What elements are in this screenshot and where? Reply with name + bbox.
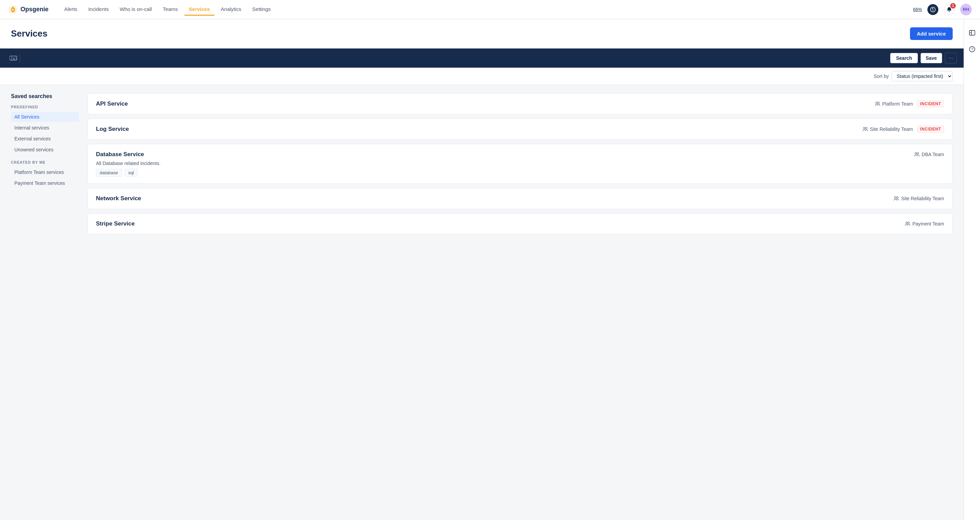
query-icon: {α} bbox=[7, 54, 20, 62]
logo[interactable]: Opsgenie bbox=[8, 5, 48, 14]
service-card-database-service[interactable]: Database Service DBA TeamAll Database re… bbox=[88, 144, 953, 184]
service-card-header: Stripe Service Payment Team bbox=[96, 220, 944, 227]
svg-point-9 bbox=[875, 102, 877, 104]
service-card-log-service[interactable]: Log Service Site Reliability TeamINCIDEN… bbox=[88, 118, 953, 140]
svg-point-13 bbox=[915, 153, 917, 155]
compass-icon-btn[interactable] bbox=[928, 4, 938, 15]
service-tag[interactable]: database bbox=[96, 169, 122, 177]
notifications-icon-btn[interactable]: 1 bbox=[944, 4, 955, 15]
service-card-header: Network Service Site Reliability Team bbox=[96, 195, 944, 202]
service-card-network-service[interactable]: Network Service Site Reliability Team bbox=[88, 188, 953, 209]
nav-link-alerts[interactable]: Alerts bbox=[59, 3, 82, 16]
nav-link-who-is-on-call[interactable]: Who is on-call bbox=[115, 3, 156, 16]
service-card-stripe-service[interactable]: Stripe Service Payment Team bbox=[88, 213, 953, 234]
service-name: Log Service bbox=[96, 126, 129, 132]
service-name: API Service bbox=[96, 100, 128, 107]
svg-point-14 bbox=[917, 153, 919, 155]
service-tag[interactable]: sql bbox=[125, 169, 138, 177]
logo-text: Opsgenie bbox=[21, 6, 48, 13]
nav-link-incidents[interactable]: Incidents bbox=[83, 3, 113, 16]
service-card-header: API Service Platform TeamINCIDENT bbox=[96, 100, 944, 107]
svg-point-15 bbox=[895, 197, 896, 198]
service-name: Database Service bbox=[96, 151, 144, 158]
svg-point-12 bbox=[865, 128, 867, 129]
sidebar-item-unowned-services[interactable]: Unowned services bbox=[11, 145, 79, 155]
avatar[interactable]: RH bbox=[960, 4, 972, 15]
navbar-links: AlertsIncidentsWho is on-callTeamsServic… bbox=[59, 3, 913, 16]
created-by-me-label: CREATED BY ME bbox=[11, 160, 79, 164]
service-card-header: Database Service DBA Team bbox=[96, 151, 944, 158]
sidebar-item-all-services[interactable]: All Services bbox=[11, 112, 79, 122]
svg-point-11 bbox=[863, 128, 865, 129]
service-tags: databasesql bbox=[96, 169, 944, 177]
left-sidebar: Saved searches PREDEFINED All ServicesIn… bbox=[11, 93, 79, 520]
page-header: Services Add service bbox=[0, 19, 964, 48]
service-card-api-service[interactable]: API Service Platform TeamINCIDENT bbox=[88, 93, 953, 115]
service-card-header: Log Service Site Reliability TeamINCIDEN… bbox=[96, 126, 944, 132]
sidebar-item-platform-team-services[interactable]: Platform Team services bbox=[11, 167, 79, 177]
team-icon bbox=[905, 222, 910, 226]
saved-searches-heading: Saved searches bbox=[11, 93, 79, 99]
nav-link-settings[interactable]: Settings bbox=[248, 3, 275, 16]
add-service-button[interactable]: Add service bbox=[910, 27, 953, 40]
incident-badge: INCIDENT bbox=[917, 126, 944, 132]
svg-point-17 bbox=[905, 222, 907, 224]
search-bar-container: {α} Search Save ··· bbox=[0, 48, 964, 68]
nav-link-teams[interactable]: Teams bbox=[158, 3, 183, 16]
sidebar-item-payment-team-services[interactable]: Payment Team services bbox=[11, 178, 79, 188]
progress-link[interactable]: 66% bbox=[913, 7, 922, 12]
nav-link-analytics[interactable]: Analytics bbox=[216, 3, 246, 16]
service-team: Payment Team bbox=[905, 221, 944, 227]
service-meta: Payment Team bbox=[905, 221, 944, 227]
right-sidebar: ? bbox=[964, 0, 980, 520]
service-team: Platform Team bbox=[875, 101, 913, 107]
sidebar-item-internal-services[interactable]: Internal services bbox=[11, 123, 79, 133]
search-button[interactable]: Search bbox=[890, 53, 918, 63]
service-team: Site Reliability Team bbox=[894, 196, 944, 201]
svg-point-18 bbox=[908, 222, 909, 224]
sort-label: Sort by bbox=[874, 73, 889, 79]
services-list: API Service Platform TeamINCIDENTLog Ser… bbox=[88, 93, 953, 520]
team-icon bbox=[862, 127, 868, 132]
navbar: Opsgenie AlertsIncidentsWho is on-callTe… bbox=[0, 0, 980, 19]
content-area: Saved searches PREDEFINED All ServicesIn… bbox=[0, 85, 964, 520]
help-icon[interactable]: ? bbox=[967, 44, 978, 55]
service-meta: DBA Team bbox=[914, 152, 944, 157]
save-button[interactable]: Save bbox=[921, 53, 942, 63]
sort-bar: Sort by Status (impacted first) Name (A-… bbox=[0, 68, 964, 85]
team-icon bbox=[894, 196, 899, 201]
sidebar-item-external-services[interactable]: External services bbox=[11, 134, 79, 144]
notification-badge: 1 bbox=[950, 3, 956, 8]
service-name: Stripe Service bbox=[96, 220, 135, 227]
svg-text:?: ? bbox=[971, 47, 974, 52]
service-meta: Site Reliability Team bbox=[894, 196, 944, 201]
svg-text:{α}: {α} bbox=[11, 56, 17, 61]
predefined-items: All ServicesInternal servicesExternal se… bbox=[11, 112, 79, 155]
sort-select[interactable]: Status (impacted first) Name (A-Z) Name … bbox=[892, 71, 953, 81]
main-container: Services Add service {α} Search Save ···… bbox=[0, 19, 964, 520]
service-team: Site Reliability Team bbox=[862, 126, 913, 132]
more-options-button[interactable]: ··· bbox=[945, 53, 957, 64]
search-input[interactable] bbox=[24, 55, 888, 61]
svg-point-16 bbox=[897, 197, 898, 198]
navbar-right: 66% 1 RH bbox=[913, 4, 972, 15]
svg-point-10 bbox=[878, 102, 879, 104]
incident-badge: INCIDENT bbox=[917, 100, 944, 107]
nav-link-services[interactable]: Services bbox=[184, 3, 215, 16]
predefined-label: PREDEFINED bbox=[11, 105, 79, 109]
service-meta: Platform TeamINCIDENT bbox=[875, 100, 944, 107]
service-team: DBA Team bbox=[914, 152, 944, 157]
created-items: Platform Team servicesPayment Team servi… bbox=[11, 167, 79, 188]
service-meta: Site Reliability TeamINCIDENT bbox=[862, 126, 944, 132]
service-description: All Database related incidents. bbox=[96, 161, 944, 166]
page-title: Services bbox=[11, 28, 48, 39]
service-name: Network Service bbox=[96, 195, 141, 202]
panel-layout-icon[interactable] bbox=[967, 27, 978, 38]
team-icon bbox=[875, 102, 880, 106]
team-icon bbox=[914, 152, 920, 157]
